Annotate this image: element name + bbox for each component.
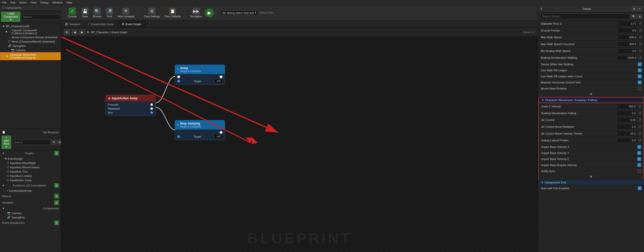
function-item-construction[interactable]: f ConstructionScript (0, 189, 61, 193)
graph-item-turn[interactable]: ◇ InputAxis Turn (0, 169, 61, 174)
event-dispatchers-section[interactable]: Event Dispatchers + (0, 219, 61, 226)
graphs-section[interactable]: ▼ Graphs + (0, 150, 61, 156)
released-pin[interactable] (150, 107, 153, 110)
walk-off-ledges-crouched-checkbox[interactable]: ✓ (638, 75, 641, 78)
event-dispatchers-add-button[interactable]: + (54, 220, 59, 225)
key-pin[interactable] (150, 111, 153, 114)
component-search-input[interactable] (21, 14, 60, 19)
graph-item-eventgraph[interactable]: ⊞ EventGraph (0, 156, 61, 161)
variables-section[interactable]: Variables + (0, 199, 61, 206)
macros-section[interactable]: Macros + (0, 193, 61, 199)
impart-vel-x-checkbox[interactable]: ✓ (637, 145, 641, 149)
nav-forward-button[interactable]: ▶ (79, 29, 85, 35)
detail-maintain-ground-velocity[interactable]: Maintain Horizontal Ground Velo ✓ (538, 79, 644, 85)
component-tick-section-header[interactable]: ▼ Component Tick (538, 180, 644, 185)
impart-angular-checkbox[interactable]: ✓ (637, 163, 641, 167)
falling-lateral-friction-input[interactable] (617, 138, 637, 143)
functions-section[interactable]: ▼ Functions (32 Overridable) + (0, 182, 61, 189)
detail-air-control-boost-mult[interactable]: Air Control Boost Multiplier ↺ (538, 123, 644, 130)
jump-z-velocity-reset[interactable]: ↺ (638, 105, 641, 108)
browse-button[interactable]: 🔍 Browse (92, 7, 103, 19)
ground-friction-input[interactable] (617, 28, 637, 33)
scroll-up-indicator[interactable]: ▼ (538, 91, 644, 97)
detail-walkable-floor[interactable]: Walkable Floor Z ↺ (538, 20, 644, 27)
walk-off-ledges-checkbox[interactable]: ✓ (638, 69, 641, 72)
detail-braking-decel-walking[interactable]: Braking Deceleration Walking ↺ (538, 54, 644, 61)
stop-target-pin[interactable] (177, 135, 180, 138)
jumping-section-header[interactable]: ▼ Character Movement: Jumping / Falling (538, 97, 644, 103)
tree-item-mesh[interactable]: ⬡ Mesh (CharacterMesh0) (Inherited) (0, 39, 61, 44)
variables-add-button[interactable]: + (54, 200, 59, 205)
braking-decel-falling-reset[interactable]: ↺ (638, 111, 641, 115)
debug-selector[interactable]: No debug object selected ▾ (220, 10, 259, 15)
var-camera[interactable]: 📷 Camera (0, 211, 61, 215)
jump-exec-out-pin[interactable] (219, 75, 223, 79)
detail-ground-friction[interactable]: Ground Friction ↺ (538, 27, 644, 34)
details-search-input[interactable] (540, 14, 630, 19)
detail-min-analog-walk-speed[interactable]: Min Analog Walk Speed ↺ (538, 48, 644, 54)
tree-item-root[interactable]: ▼ BP_Character(self) (0, 24, 61, 28)
detail-ignore-base-rotation[interactable]: Ignore Base Rotation (538, 85, 644, 91)
details-grid-button[interactable]: ⊞ (632, 7, 636, 11)
air-control-boost-mult-input[interactable] (617, 124, 637, 129)
braking-decel-walking-input[interactable] (617, 55, 637, 60)
stop-exec-out-pin[interactable] (219, 131, 223, 134)
detail-walk-off-ledges-crouched[interactable]: Can Walk Off Ledges when Crouc ✓ (538, 73, 644, 79)
falling-lateral-friction-reset[interactable]: ↺ (638, 139, 641, 142)
scroll-down-indicator[interactable]: ▼ (538, 174, 644, 180)
class-defaults-button[interactable]: 📋 Class Defaults (163, 7, 182, 19)
details-list-button[interactable]: ≡ (637, 7, 641, 11)
detail-impart-base-velocity-y[interactable]: Impart Base Velocity Y ✓ (538, 150, 644, 156)
air-control-reset[interactable]: ↺ (638, 118, 641, 122)
nav-back-button[interactable]: ◀ (72, 29, 77, 35)
graph-item-moveforward[interactable]: ◇ InputAxis MoveForward (0, 165, 61, 169)
detail-air-control[interactable]: Air Control ↺ (538, 117, 644, 123)
components-var-section[interactable]: ▼ Components (0, 206, 61, 211)
save-button[interactable]: 💾 Save (80, 7, 90, 19)
detail-impart-base-angular[interactable]: Impart Base Angular Velocity ✓ (538, 162, 644, 168)
pressed-pin[interactable] (150, 103, 153, 106)
node-stop-jumping[interactable]: f Stop Jumping Target is Character (175, 120, 225, 140)
tree-item-character-movement[interactable]: ⚡ Character Movement (CharMoveComp) (In (0, 52, 61, 60)
tree-item-capsule[interactable]: ▼ ○ Capsule Component (CollisionCylinder… (0, 28, 61, 35)
macros-add-button[interactable]: + (54, 194, 59, 198)
jump-exec-in-pin[interactable] (177, 75, 180, 79)
details-columns-button[interactable]: ⊞ (637, 14, 642, 19)
jump-z-velocity-input[interactable] (617, 104, 637, 109)
detail-air-control-boost-thresh[interactable]: Air Control Boost Velocity Thresh ↺ (538, 130, 644, 137)
visibility-toggle[interactable]: 👁 (51, 140, 57, 144)
detail-notify-apex[interactable]: Notify Apex (538, 168, 644, 174)
ignore-base-rotation-checkbox[interactable] (638, 87, 641, 90)
start-tick-enabled-checkbox[interactable]: ✓ (638, 186, 641, 190)
sweep-nav-checkbox[interactable]: ✓ (638, 62, 641, 66)
tree-item-arrow[interactable]: → Arrow Component (Arrow) (Inherited) (0, 35, 61, 39)
blueprint-search-input[interactable] (12, 140, 50, 145)
menu-window[interactable]: Window (52, 1, 62, 4)
tab-construction[interactable]: f Construction Scrip (85, 21, 118, 27)
blueprint-canvas[interactable]: ◈ InputAction Jump Pressed Released (61, 37, 538, 252)
ground-friction-reset[interactable]: ↺ (639, 29, 641, 32)
add-new-button[interactable]: + Add New ▾ (2, 136, 11, 149)
braking-decel-walking-reset[interactable]: ↺ (639, 56, 641, 59)
jump-target-pin[interactable] (177, 80, 180, 82)
detail-max-walk-speed-crouched[interactable]: Max Walk Speed Crouched ↺ (538, 41, 644, 48)
menu-help[interactable]: Help (66, 1, 72, 4)
detail-impart-base-velocity-x[interactable]: Impart Base Velocity X ✓ (538, 144, 644, 150)
hide-unrelated-button[interactable]: 👁 Hide Unrelated (116, 7, 136, 19)
detail-braking-decel-falling[interactable]: Braking Deceleration Falling ↺ (538, 110, 644, 117)
menu-file[interactable]: File (2, 1, 7, 4)
graph-item-actionjump[interactable]: ◇ InputAction Jump (0, 178, 61, 182)
class-settings-button[interactable]: ⚙ Class Settings (142, 7, 162, 19)
notify-apex-checkbox[interactable] (637, 169, 641, 173)
tab-event-graph[interactable]: ⊞ Event Graph (118, 21, 146, 27)
tree-item-springarm[interactable]: 🔗 SpringArm (0, 44, 61, 48)
detail-sweep-nav[interactable]: Sweep While Nav Walking ✓ (538, 61, 644, 67)
air-control-boost-thresh-input[interactable] (617, 131, 637, 136)
detail-walk-off-ledges[interactable]: Can Walk Off Ledges ✓ (538, 67, 644, 73)
max-walk-speed-crouched-input[interactable] (617, 42, 637, 47)
menu-view[interactable]: View (30, 1, 36, 4)
maintain-ground-velocity-checkbox[interactable]: ✓ (638, 81, 641, 84)
var-springarm[interactable]: 🔗 SpringArm (0, 215, 61, 219)
tree-item-camera[interactable]: 📷 Camera (0, 48, 61, 52)
max-walk-speed-reset[interactable]: ↺ (639, 36, 641, 39)
